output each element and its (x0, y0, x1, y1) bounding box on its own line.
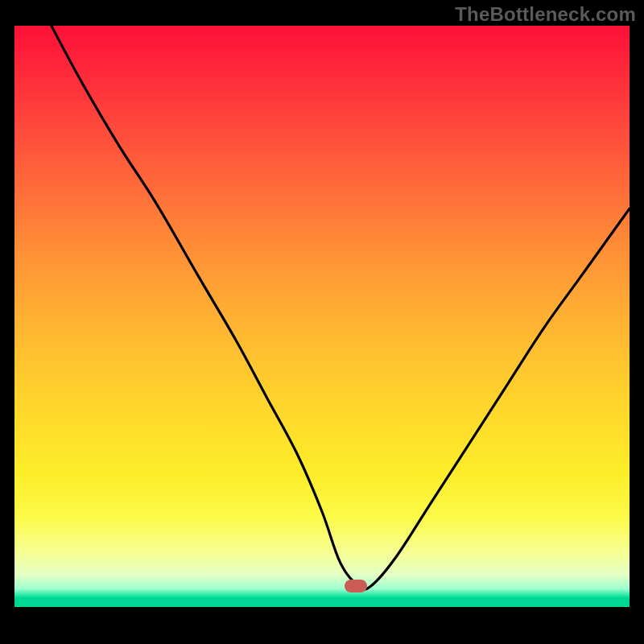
watermark-text: TheBottleneck.com (455, 3, 636, 26)
bottleneck-curve-svg (14, 26, 630, 630)
plot-outer (14, 26, 630, 630)
chart-frame: TheBottleneck.com (0, 0, 644, 644)
plot-area (14, 26, 630, 630)
optimal-marker (345, 580, 367, 592)
bottleneck-curve-path (52, 26, 630, 589)
